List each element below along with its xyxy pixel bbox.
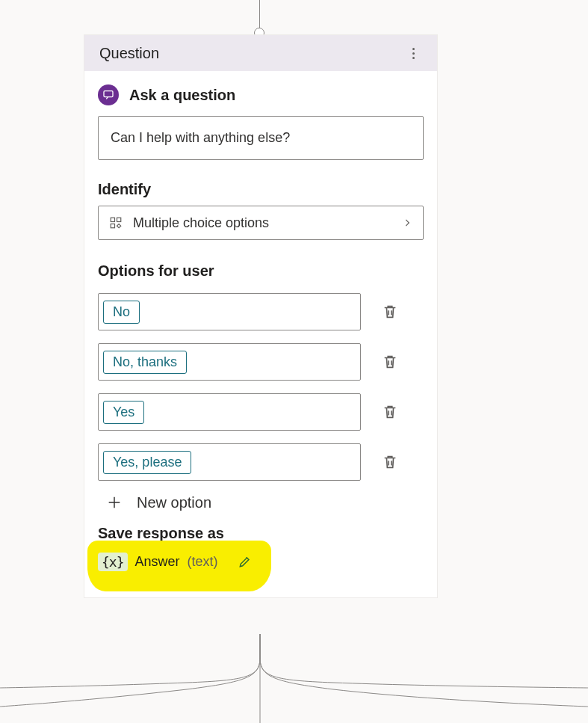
identify-entity-picker[interactable]: Multiple choice options	[98, 206, 424, 240]
identify-label: Identify	[98, 181, 424, 198]
question-node-card[interactable]: Question Ask a question Can I help with …	[84, 34, 438, 598]
card-body: Ask a question Can I help with anything …	[84, 71, 437, 597]
identify-value: Multiple choice options	[133, 215, 269, 231]
save-response-variable[interactable]: {x} Answer (text)	[93, 547, 424, 581]
ask-question-heading: Ask a question	[98, 84, 424, 105]
variable-type: (text)	[188, 554, 218, 570]
svg-rect-2	[117, 218, 121, 221]
option-row: No	[98, 293, 424, 330]
grid-icon	[109, 216, 123, 230]
card-title: Question	[99, 45, 159, 62]
options-label: Options for user	[98, 262, 424, 280]
delete-option-button[interactable]	[382, 454, 398, 470]
option-chip[interactable]: No	[103, 301, 140, 324]
question-text-input[interactable]: Can I help with anything else?	[98, 116, 424, 160]
delete-option-button[interactable]	[382, 354, 398, 370]
svg-rect-3	[111, 224, 114, 228]
option-row: No, thanks	[98, 343, 424, 381]
option-input[interactable]: Yes, please	[98, 443, 361, 481]
option-chip[interactable]: Yes, please	[103, 451, 191, 474]
message-icon	[98, 84, 119, 105]
more-actions-button[interactable]	[401, 41, 425, 65]
option-input[interactable]: No	[98, 293, 361, 330]
option-chip[interactable]: No, thanks	[103, 351, 187, 374]
delete-option-button[interactable]	[382, 404, 398, 420]
plus-icon	[105, 493, 123, 511]
variable-icon: {x}	[98, 553, 128, 571]
save-response-label: Save response as	[98, 525, 424, 542]
authoring-canvas: Question Ask a question Can I help with …	[0, 0, 588, 723]
chevron-right-icon	[402, 218, 412, 228]
option-chip[interactable]: Yes	[103, 401, 144, 424]
ask-question-label: Ask a question	[129, 87, 235, 104]
option-row: Yes, please	[98, 443, 424, 481]
card-header: Question	[84, 35, 437, 71]
new-option-button[interactable]: New option	[105, 493, 424, 511]
svg-rect-1	[111, 218, 114, 221]
delete-option-button[interactable]	[382, 304, 398, 320]
option-input[interactable]: Yes	[98, 393, 361, 431]
edit-variable-icon[interactable]	[238, 554, 253, 569]
new-option-label: New option	[137, 494, 211, 511]
svg-rect-0	[104, 91, 113, 97]
variable-name: Answer	[135, 554, 180, 570]
option-row: Yes	[98, 393, 424, 431]
option-input[interactable]: No, thanks	[98, 343, 361, 381]
